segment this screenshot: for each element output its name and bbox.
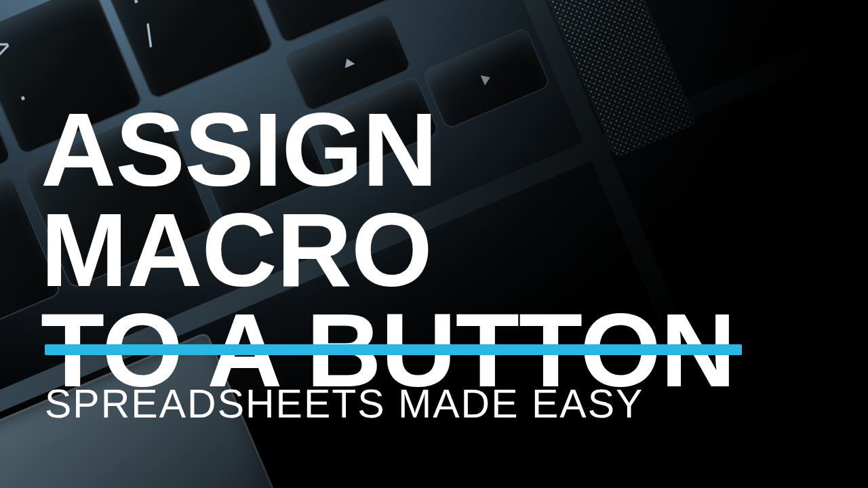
headline-line-1: ASSIGN MACRO <box>41 100 848 301</box>
text-overlay: ASSIGN MACRO TO A BUTTON SPREADSHEETS MA… <box>0 0 868 488</box>
accent-rule <box>45 344 742 355</box>
subheading: SPREADSHEETS MADE EASY <box>45 381 644 427</box>
headline: ASSIGN MACRO TO A BUTTON <box>41 100 848 401</box>
